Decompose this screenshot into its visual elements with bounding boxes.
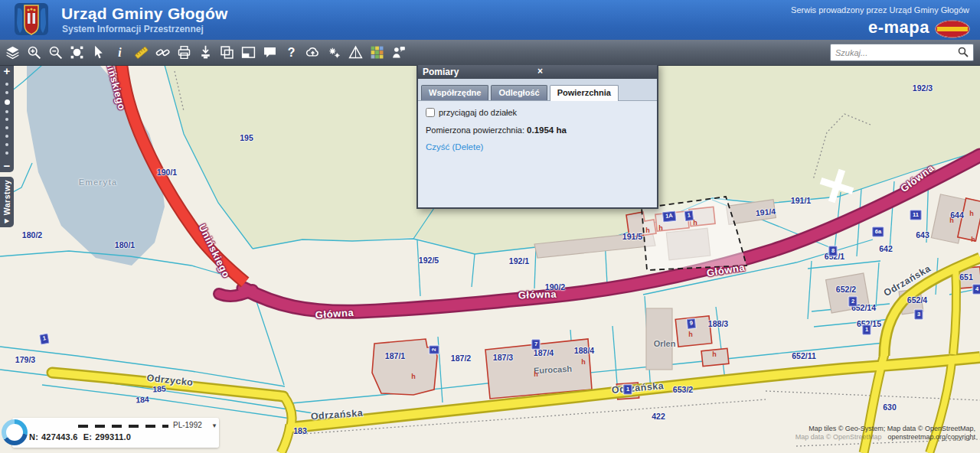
dialog-titlebar[interactable]: Pomiary × [418,65,657,79]
expand-arrow-icon: ▶ [5,217,9,224]
tab-powierzchnia[interactable]: Powierzchnia [550,85,619,101]
download-icon[interactable] [195,42,216,63]
svg-text:?: ? [288,46,296,59]
chevron-down-icon: ▾ [213,422,217,429]
cursor-coordinates: N:427443.6 E:299311.0 [29,432,134,442]
status-widget: PL-1992▾ N:427443.6 E:299311.0 [12,418,219,448]
search-icon[interactable] [958,47,969,57]
search-input[interactable] [830,44,974,61]
east-value: 299311.0 [95,432,131,442]
map-canvas[interactable]: 192/3195190/1180/2180/1179/3191/1191/419… [0,65,980,453]
feedback-icon[interactable] [388,42,409,63]
geo-system-logo-icon [934,20,971,38]
print-icon[interactable] [174,42,194,63]
tab-współrzędne[interactable]: Współrzędne [421,85,488,100]
measured-area-label: Pomierzona powierzchnia: [426,125,524,135]
search-box [830,44,972,61]
app-header: Urząd Gminy Głogów System Informacji Prz… [0,0,980,41]
snap-to-parcels-checkbox[interactable] [426,108,435,117]
compare-icon[interactable] [345,42,366,63]
layers-tab-label: Warstwy [2,180,11,215]
close-icon[interactable]: × [537,67,652,77]
chat-icon[interactable] [260,42,280,63]
measured-area-value: 0.1954 ha [527,125,567,135]
zoom-in-icon[interactable] [24,42,44,63]
measurements-dialog: Pomiary × WspółrzędneOdległośćPowierzchn… [416,65,658,209]
copy-icon[interactable] [217,42,237,63]
emapa-brand: e-mapa [868,18,929,37]
select-area-icon[interactable] [67,42,87,63]
dialog-title: Pomiary [423,67,537,77]
page-subtitle: System Informacji Przestrzennej [62,24,204,34]
info-icon[interactable]: i [109,42,130,63]
zoom-levels[interactable] [0,77,14,160]
link-icon[interactable] [152,42,173,63]
crs-label: PL-1992 [173,421,202,429]
scale-bar [78,425,168,428]
settings-icon[interactable] [324,42,345,63]
cloud-icon[interactable] [302,42,323,63]
attribution-line1: Map tiles © Geo-System; Map data © OpenS… [795,425,975,433]
emapa-spinner-logo [2,419,28,445]
snap-to-parcels-label[interactable]: przyciągaj do działek [439,108,517,117]
measure-icon[interactable] [131,42,152,63]
svg-text:i: i [118,46,122,59]
zoom-slider[interactable]: + − [0,65,14,172]
panels-icon[interactable] [238,42,259,63]
zoom-out-icon[interactable] [45,42,66,63]
gmina-crest-logo [14,2,49,37]
service-note: Serwis prowadzony przez Urząd Gminy Głog… [791,5,969,15]
north-value: 427443.6 [41,432,77,442]
layers-panel-tab[interactable]: Warstwy ▶ [0,177,14,227]
dialog-tabs: WspółrzędneOdległośćPowierzchnia [418,79,657,101]
attribution-faint: Map data © OpenStreetMap [795,433,882,441]
map-attribution: Map tiles © Geo-System; Map data © OpenS… [795,425,975,442]
clear-measurement-link[interactable]: Czyść (Delete) [426,142,649,152]
layers-icon[interactable] [2,42,23,63]
help-icon[interactable]: ? [281,42,302,63]
page-title: Urząd Gminy Głogów [61,5,228,23]
pointer-icon[interactable] [88,42,109,63]
legend-icon[interactable] [367,42,387,63]
dialog-body: przyciągaj do działek Pomierzona powierz… [418,101,657,207]
main-toolbar: i? [0,40,980,66]
crs-selector[interactable]: PL-1992▾ [173,421,216,429]
zoom-out-control[interactable]: − [4,160,11,172]
tab-odległość[interactable]: Odległość [491,85,547,100]
zoom-in-control[interactable]: + [4,65,11,77]
attribution-line2: openstreetmap.org/copyright [887,433,975,441]
